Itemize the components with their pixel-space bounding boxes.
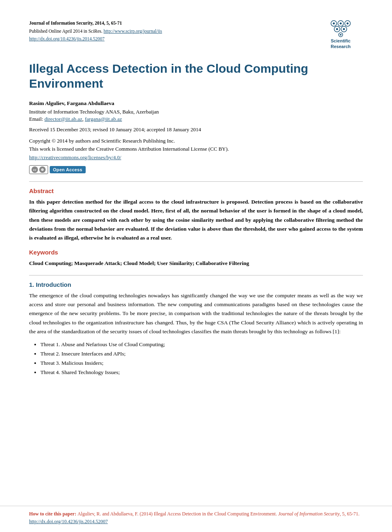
footer-citation: How to cite this paper: Alguliev, R. and… — [0, 506, 392, 532]
list-item: Threat 3. Malicious Insiders; — [40, 359, 363, 368]
keywords-heading: Keywords — [29, 249, 363, 256]
email1-link[interactable]: director@iit.ab.az — [44, 116, 82, 122]
email2-link[interactable]: fargana@iit.ab.az — [85, 116, 122, 122]
cc-url-line: http://creativecommons.org/licenses/by/4… — [29, 154, 363, 162]
cc-badge: cc ⊕ — [29, 165, 48, 174]
page: Journal of Information Security, 2014, 5… — [0, 0, 392, 532]
email-line: Email: director@iit.ab.az, fargana@iit.a… — [29, 116, 363, 122]
copyright-line2: This work is licensed under the Creative… — [29, 145, 363, 154]
main-title: Illegal Access Detection in the Cloud Co… — [29, 61, 363, 91]
divider-1 — [29, 181, 363, 182]
svg-point-6 — [333, 23, 335, 25]
how-to-cite-label: How to cite this paper: — [29, 511, 78, 517]
abstract-heading: Abstract — [29, 187, 363, 194]
svg-point-9 — [336, 28, 338, 30]
email-label: Email: — [29, 116, 44, 122]
logo-area: Scientific Research — [318, 19, 363, 50]
journal-title: Journal of Information Security, 2014, 5… — [29, 19, 162, 27]
header-meta: Journal of Information Security, 2014, 5… — [29, 19, 162, 43]
cc-by-icon: ⊕ — [39, 166, 46, 173]
svg-point-7 — [340, 23, 342, 25]
svg-point-8 — [347, 23, 349, 25]
volume-pages: , 5, 65-71. — [340, 511, 360, 517]
affiliation: Institute of Information Technology ANAS… — [29, 109, 363, 115]
authors: Rasim Alguliev, Fargana Abdullaeva — [29, 100, 363, 107]
header: Journal of Information Security, 2014, 5… — [29, 19, 363, 50]
threats-list: Threat 1. Abuse and Nefarious Use of Clo… — [40, 340, 363, 377]
open-access-bar: cc ⊕ Open Access — [29, 165, 363, 174]
published-text: Published Online April 2014 in SciRes. — [29, 29, 102, 34]
list-item: Threat 1. Abuse and Nefarious Use of Clo… — [40, 340, 363, 349]
cc-icon: cc — [32, 166, 38, 173]
abstract-text: In this paper detection method for the i… — [29, 198, 363, 242]
scientific-research-logo — [330, 19, 352, 37]
svg-point-10 — [343, 28, 345, 30]
list-item: Threat 2. Insecure Interfaces and APIs; — [40, 349, 363, 359]
footer-doi-link[interactable]: http://dx.doi.org/10.4236/jis.2014.52007 — [29, 519, 108, 524]
doi-link[interactable]: http://dx.doi.org/10.4236/jis.2014.52007 — [29, 36, 105, 41]
scirp-link[interactable]: http://www.scirp.org/journal/jis — [103, 29, 162, 34]
copyright-block: Copyright © 2014 by authors and Scientif… — [29, 137, 363, 162]
journal-italic: Journal of Information Security — [278, 511, 339, 517]
copyright-line1: Copyright © 2014 by authors and Scientif… — [29, 137, 363, 145]
open-access-button[interactable]: Open Access — [50, 166, 86, 173]
svg-point-11 — [340, 34, 341, 36]
intro-paragraph1: The emergence of the cloud computing tec… — [29, 291, 363, 336]
logo-text: Scientific Research — [331, 38, 351, 50]
intro-heading: 1. Introduction — [29, 281, 363, 288]
received-line: Received 15 December 2013; revised 10 Ja… — [29, 126, 363, 133]
doi-line: http://dx.doi.org/10.4236/jis.2014.52007 — [29, 35, 162, 43]
cite-text: Alguliev, R. and Abdullaeva, F. (2014) I… — [78, 511, 277, 517]
published-line: Published Online April 2014 in SciRes. h… — [29, 27, 162, 36]
keywords-text: Cloud Computing; Masquerade Attack; Clou… — [29, 259, 363, 268]
cc-link[interactable]: http://creativecommons.org/licenses/by/4… — [29, 154, 121, 160]
divider-2 — [29, 275, 363, 275]
list-item: Threat 4. Shared Technology Issues; — [40, 368, 363, 377]
